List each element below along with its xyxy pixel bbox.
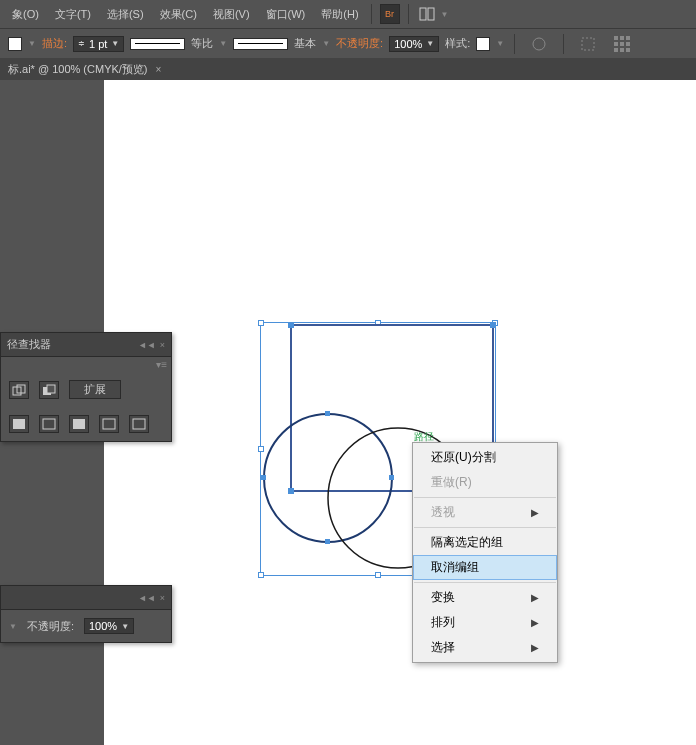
svg-rect-12 (626, 48, 630, 52)
svg-rect-10 (614, 48, 618, 52)
ctx-perspective: 透视▶ (413, 500, 557, 525)
arrange-docs-icon[interactable] (417, 4, 437, 24)
panel-header[interactable]: 径查找器 ◄◄× (1, 333, 171, 357)
align-icon[interactable] (578, 34, 598, 54)
menu-help[interactable]: 帮助(H) (313, 7, 366, 22)
opacity-value: 100% (394, 38, 422, 50)
expand-button[interactable]: 扩展 (69, 380, 121, 399)
document-tab[interactable]: 标.ai* @ 100% (CMYK/预览) (8, 62, 148, 77)
svg-rect-8 (620, 42, 624, 46)
collapse-icon[interactable]: ◄◄ (138, 593, 156, 603)
caret-down-icon[interactable]: ▼ (496, 39, 504, 48)
tab-bar: 标.ai* @ 100% (CMYK/预览) × (0, 58, 696, 80)
caret-down-icon[interactable]: ▼ (28, 39, 36, 48)
caret-down-icon[interactable]: ▼ (441, 10, 449, 19)
trim-icon[interactable] (39, 415, 59, 433)
divider (371, 4, 372, 24)
svg-rect-16 (47, 385, 55, 393)
svg-rect-4 (614, 36, 618, 40)
outline-icon[interactable] (129, 415, 149, 433)
menu-effect[interactable]: 效果(C) (152, 7, 205, 22)
appearance-panel[interactable]: ◄◄× ▼ 不透明度: 100% ▼ (0, 585, 172, 643)
opacity-input[interactable]: 100% ▼ (389, 36, 439, 52)
grid-icon[interactable] (612, 34, 632, 54)
divider (408, 4, 409, 24)
svg-rect-5 (620, 36, 624, 40)
context-menu: 还原(U)分割 重做(R) 透视▶ 隔离选定的组 取消编组 变换▶ 排列▶ 选择… (412, 442, 558, 663)
fill-swatch[interactable] (8, 37, 22, 51)
submenu-arrow-icon: ▶ (531, 592, 539, 603)
ctx-arrange[interactable]: 排列▶ (413, 610, 557, 635)
caret-down-icon[interactable]: ▼ (121, 622, 129, 631)
menu-object[interactable]: 象(O) (4, 7, 47, 22)
menu-type[interactable]: 文字(T) (47, 7, 99, 22)
collapse-icon[interactable]: ◄◄ (138, 340, 156, 350)
ctx-isolate[interactable]: 隔离选定的组 (413, 530, 557, 555)
opacity-input[interactable]: 100% ▼ (84, 618, 134, 634)
submenu-arrow-icon: ▶ (531, 617, 539, 628)
svg-rect-25 (261, 475, 266, 480)
menubar: 象(O) 文字(T) 选择(S) 效果(C) 视图(V) 窗口(W) 帮助(H)… (0, 0, 696, 28)
ctx-transform[interactable]: 变换▶ (413, 585, 557, 610)
svg-rect-18 (43, 419, 55, 429)
style-label: 样式: (445, 36, 470, 51)
recolor-icon[interactable] (529, 34, 549, 54)
svg-rect-11 (620, 48, 624, 52)
anchor-point[interactable] (490, 322, 496, 328)
caret-down-icon[interactable]: ▼ (9, 622, 17, 631)
svg-rect-17 (13, 419, 25, 429)
anchor-point[interactable] (288, 322, 294, 328)
separator (414, 582, 556, 583)
profile-label: 等比 (191, 36, 213, 51)
handle-nw[interactable] (258, 320, 264, 326)
minus-front-icon[interactable] (39, 381, 59, 399)
stroke-width-input[interactable]: ≑ 1 pt ▼ (73, 36, 124, 52)
svg-rect-0 (420, 8, 426, 20)
ctx-undo[interactable]: 还原(U)分割 (413, 445, 557, 470)
caret-down-icon[interactable]: ▼ (426, 39, 434, 48)
svg-rect-9 (626, 42, 630, 46)
shape-modes-row: 扩展 (1, 372, 171, 407)
divide-icon[interactable] (9, 415, 29, 433)
brush-preview[interactable] (233, 38, 288, 50)
bridge-icon[interactable]: Br (380, 4, 400, 24)
ctx-select[interactable]: 选择▶ (413, 635, 557, 660)
merge-icon[interactable] (69, 415, 89, 433)
svg-rect-3 (582, 38, 594, 50)
close-icon[interactable]: × (160, 340, 165, 350)
opacity-label: 不透明度: (336, 36, 383, 51)
ctx-redo: 重做(R) (413, 470, 557, 495)
close-tab-icon[interactable]: × (156, 64, 162, 75)
panel-title: 径查找器 (7, 337, 51, 352)
close-icon[interactable]: × (160, 593, 165, 603)
separator (414, 527, 556, 528)
menu-select[interactable]: 选择(S) (99, 7, 152, 22)
caret-down-icon[interactable]: ▼ (219, 39, 227, 48)
panel-body: ▼ 不透明度: 100% ▼ (1, 610, 171, 642)
menu-window[interactable]: 窗口(W) (258, 7, 314, 22)
opacity-value: 100% (89, 620, 117, 632)
unite-icon[interactable] (9, 381, 29, 399)
stroke-width-value: 1 pt (89, 38, 107, 50)
svg-rect-7 (614, 42, 618, 46)
menu-view[interactable]: 视图(V) (205, 7, 258, 22)
svg-rect-6 (626, 36, 630, 40)
submenu-arrow-icon: ▶ (531, 507, 539, 518)
divider (563, 34, 564, 54)
svg-rect-19 (73, 419, 85, 429)
caret-down-icon[interactable]: ▼ (322, 39, 330, 48)
optionsbar: ▼ 描边: ≑ 1 pt ▼ 等比 ▼ 基本 ▼ 不透明度: 100% ▼ 样式… (0, 28, 696, 58)
divider (514, 34, 515, 54)
pathfinder-panel[interactable]: 径查找器 ◄◄× ▾≡ 扩展 (0, 332, 172, 442)
svg-rect-21 (133, 419, 145, 429)
ctx-ungroup[interactable]: 取消编组 (413, 555, 557, 580)
panel-header[interactable]: ◄◄× (1, 586, 171, 610)
pathfinder-row (1, 407, 171, 441)
profile-preview[interactable] (130, 38, 185, 50)
caret-down-icon[interactable]: ▼ (111, 39, 119, 48)
svg-rect-1 (428, 8, 434, 20)
panel-menu-icon[interactable]: ▾≡ (156, 359, 167, 370)
crop-icon[interactable] (99, 415, 119, 433)
style-swatch[interactable] (476, 37, 490, 51)
stroke-label: 描边: (42, 36, 67, 51)
